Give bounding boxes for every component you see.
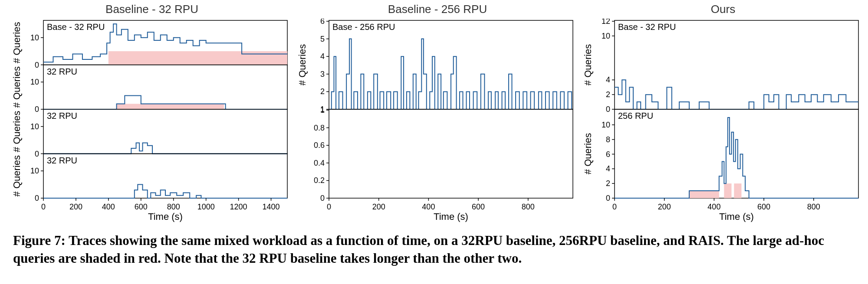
svg-text:400: 400	[102, 202, 115, 211]
svg-rect-91	[615, 20, 858, 109]
svg-text:6: 6	[606, 150, 610, 159]
svg-text:1: 1	[320, 106, 325, 114]
svg-text:400: 400	[422, 202, 435, 211]
svg-rect-8	[43, 65, 287, 110]
svg-rect-107	[734, 183, 741, 198]
panel-middle-chart: 123456# QueriesBase - 256 RPU00.20.40.60…	[299, 19, 576, 222]
svg-text:0: 0	[35, 150, 39, 158]
svg-text:0: 0	[606, 194, 610, 202]
svg-text:400: 400	[707, 202, 720, 211]
svg-text:# Queries: # Queries	[299, 44, 308, 85]
chart-icon: 0241012# QueriesBase - 32 RPU0246810# Qu…	[584, 19, 862, 222]
svg-text:800: 800	[167, 202, 180, 211]
svg-text:0: 0	[35, 105, 39, 114]
svg-text:0: 0	[606, 105, 610, 114]
svg-rect-16	[43, 109, 287, 154]
svg-text:# Queries: # Queries	[13, 155, 22, 196]
svg-text:0.4: 0.4	[314, 159, 325, 167]
svg-text:2: 2	[606, 179, 610, 188]
chart-icon: 123456# QueriesBase - 256 RPU00.20.40.60…	[299, 19, 576, 222]
panel-right-chart: 0241012# QueriesBase - 32 RPU0246810# Qu…	[584, 19, 862, 222]
svg-text:0: 0	[612, 202, 617, 211]
svg-text:200: 200	[372, 202, 385, 211]
svg-text:200: 200	[69, 202, 82, 211]
panel-left-title: Baseline - 32 RPU	[13, 3, 291, 16]
svg-text:800: 800	[807, 202, 820, 211]
svg-text:Base - 256 RPU: Base - 256 RPU	[332, 22, 395, 32]
svg-text:Base - 32 RPU: Base - 32 RPU	[47, 22, 105, 32]
svg-text:# Queries: # Queries	[13, 111, 22, 152]
svg-text:10: 10	[30, 78, 39, 86]
svg-text:12: 12	[602, 19, 610, 26]
panel-middle-title: Baseline - 256 RPU	[299, 3, 576, 16]
svg-text:200: 200	[658, 202, 671, 211]
svg-text:2: 2	[320, 87, 325, 96]
panel-right: Ours 0241012# QueriesBase - 32 RPU024681…	[584, 3, 862, 222]
svg-text:1400: 1400	[263, 202, 280, 211]
svg-text:# Queries: # Queries	[584, 44, 593, 85]
svg-text:800: 800	[522, 202, 535, 211]
svg-text:0: 0	[35, 61, 39, 69]
svg-text:0.2: 0.2	[314, 176, 325, 185]
svg-rect-105	[689, 191, 719, 198]
figure-7: Baseline - 32 RPU 010# QueriesBase - 32 …	[0, 0, 868, 272]
svg-text:600: 600	[135, 202, 148, 211]
svg-text:32 RPU: 32 RPU	[47, 67, 77, 76]
svg-text:Base - 32 RPU: Base - 32 RPU	[618, 22, 676, 32]
svg-text:256 RPU: 256 RPU	[618, 111, 653, 121]
svg-text:4: 4	[320, 52, 325, 61]
svg-text:# Queries: # Queries	[13, 22, 22, 63]
svg-text:0: 0	[320, 194, 325, 202]
figure-caption: Figure 7: Traces showing the same mixed …	[13, 232, 855, 268]
svg-text:32 RPU: 32 RPU	[47, 156, 77, 165]
svg-text:Time (s): Time (s)	[719, 211, 754, 222]
svg-text:5: 5	[320, 35, 325, 43]
svg-text:4: 4	[606, 164, 610, 173]
svg-text:10: 10	[30, 166, 39, 175]
svg-text:32 RPU: 32 RPU	[47, 111, 77, 121]
svg-rect-106	[724, 183, 731, 198]
svg-text:# Queries: # Queries	[13, 66, 22, 108]
panel-middle: Baseline - 256 RPU 123456# QueriesBase -…	[299, 3, 576, 222]
svg-text:0.8: 0.8	[314, 124, 325, 132]
svg-text:0: 0	[35, 194, 39, 202]
svg-text:2: 2	[606, 90, 610, 99]
svg-text:Time (s): Time (s)	[434, 211, 468, 222]
svg-text:6: 6	[320, 19, 325, 26]
svg-text:600: 600	[757, 202, 770, 211]
svg-rect-9	[117, 104, 224, 109]
panel-left-chart: 010# QueriesBase - 32 RPU010# Queries32 …	[13, 19, 291, 222]
panel-left: Baseline - 32 RPU 010# QueriesBase - 32 …	[13, 3, 291, 222]
svg-text:10: 10	[30, 33, 39, 42]
svg-rect-67	[329, 109, 573, 198]
svg-text:10: 10	[602, 32, 610, 40]
svg-text:0.6: 0.6	[314, 141, 325, 150]
svg-text:0: 0	[327, 202, 331, 211]
svg-text:1200: 1200	[230, 202, 247, 211]
svg-text:600: 600	[472, 202, 485, 211]
panel-row: Baseline - 32 RPU 010# QueriesBase - 32 …	[13, 3, 855, 222]
svg-text:3: 3	[320, 70, 325, 78]
panel-right-title: Ours	[584, 3, 862, 16]
svg-rect-1	[108, 51, 287, 65]
svg-text:10: 10	[602, 121, 610, 129]
svg-text:4: 4	[606, 75, 610, 84]
svg-text:10: 10	[30, 122, 39, 131]
svg-text:# Queries: # Queries	[584, 133, 593, 174]
svg-text:8: 8	[606, 135, 610, 144]
chart-icon: 010# QueriesBase - 32 RPU010# Queries32 …	[13, 19, 291, 222]
svg-text:1000: 1000	[197, 202, 215, 211]
svg-text:Time (s): Time (s)	[148, 211, 183, 222]
svg-text:0: 0	[41, 202, 46, 211]
